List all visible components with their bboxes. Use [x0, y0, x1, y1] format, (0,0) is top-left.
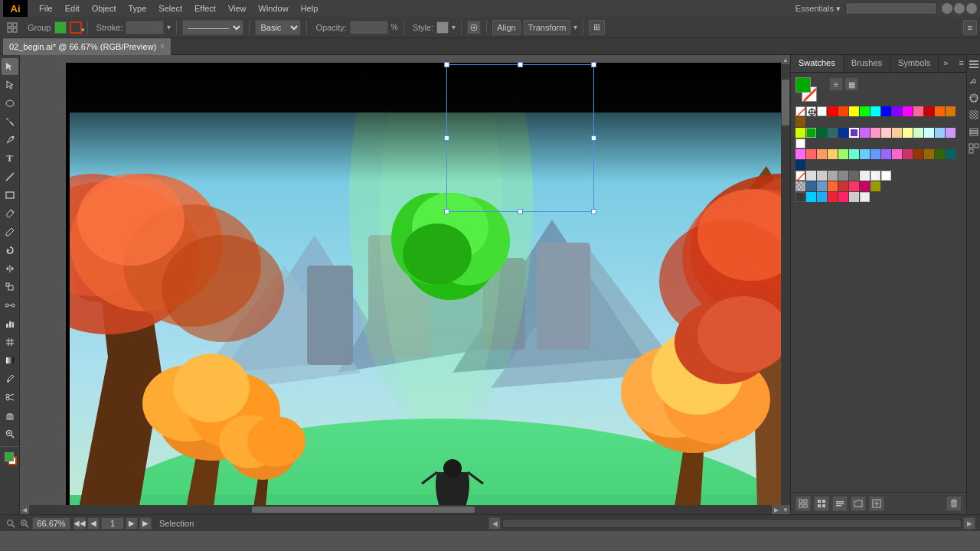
first-artboard-button[interactable]: ◀◀: [74, 517, 86, 530]
fill-color-swatch[interactable]: [54, 21, 67, 34]
swatch-mid-gray2[interactable]: [838, 171, 848, 181]
menu-window[interactable]: Window: [253, 2, 294, 15]
new-swatch-button[interactable]: [869, 496, 884, 511]
swatch-none2[interactable]: [795, 171, 805, 181]
selection-tool[interactable]: [2, 58, 18, 75]
swatch-dark-teal[interactable]: [946, 149, 956, 159]
next-artboard-button[interactable]: ▶: [126, 517, 138, 530]
swatch-steel-blue[interactable]: [806, 181, 816, 191]
menu-help[interactable]: Help: [296, 2, 324, 15]
line-segment-tool[interactable]: [2, 168, 18, 185]
swatch-gold[interactable]: [828, 149, 838, 159]
swatch-light-coral[interactable]: [881, 128, 891, 138]
appearance-icon[interactable]: [968, 92, 980, 104]
panel-more-button[interactable]: »: [939, 55, 952, 72]
menu-edit[interactable]: Edit: [60, 2, 85, 15]
minimize-button[interactable]: [942, 3, 952, 14]
type-tool[interactable]: T: [2, 150, 18, 167]
swatch-aqua[interactable]: [849, 149, 859, 159]
layers-icon[interactable]: [968, 126, 980, 138]
magic-wand-tool[interactable]: [2, 113, 18, 130]
menu-view[interactable]: View: [223, 2, 252, 15]
swatch-near-white2[interactable]: [860, 192, 870, 202]
swatch-light-gray2[interactable]: [817, 171, 827, 181]
transform-dropdown-arrow[interactable]: ▾: [573, 23, 577, 31]
stroke-color-swatch[interactable]: ▾: [70, 21, 82, 34]
brushes-tab[interactable]: Brushes: [844, 55, 890, 72]
swatch-dark-panel[interactable]: [795, 192, 805, 202]
swatch-teal[interactable]: [828, 128, 838, 138]
swatch-light-purple[interactable]: [860, 128, 870, 138]
swatch-bright-red2[interactable]: [828, 192, 838, 202]
zoom-input[interactable]: 66.67%: [32, 517, 70, 530]
artboard-number-input[interactable]: 1: [101, 517, 124, 530]
swatch-white[interactable]: [817, 106, 827, 116]
swatch-yellow-green[interactable]: [838, 149, 848, 159]
graph-tool[interactable]: [2, 315, 18, 332]
scroll-down-arrow[interactable]: ▼: [781, 505, 790, 514]
vertical-scrollbar[interactable]: ▲ ▼: [781, 55, 790, 514]
swatch-brown[interactable]: [795, 117, 805, 127]
delete-swatch-button[interactable]: [946, 496, 962, 511]
pencil-tool[interactable]: [2, 223, 18, 240]
swatch-violet[interactable]: [892, 106, 902, 116]
gradient-tool[interactable]: [2, 352, 18, 369]
align-button[interactable]: Align: [492, 20, 520, 35]
menu-type[interactable]: Type: [123, 2, 152, 15]
show-find-field-button[interactable]: [832, 496, 848, 511]
stroke-input[interactable]: [126, 21, 164, 34]
swatch-peach[interactable]: [892, 128, 902, 138]
swatch-list-view-button[interactable]: ≡: [829, 77, 843, 91]
new-color-group-button[interactable]: [795, 496, 811, 511]
swatch-cornflower[interactable]: [871, 149, 880, 159]
swatch-grid-view-button[interactable]: ▦: [844, 77, 858, 91]
panel-menu-button[interactable]: ≡: [956, 55, 966, 72]
scroll-up-arrow[interactable]: ▲: [781, 55, 790, 64]
swatch-mid-cyan[interactable]: [817, 192, 827, 202]
transparency-icon[interactable]: [968, 109, 980, 121]
essentials-dropdown[interactable]: Essentials ▾: [795, 4, 841, 14]
style-dropdown-arrow[interactable]: ▾: [452, 23, 456, 31]
swatch-dark-green[interactable]: [817, 128, 827, 138]
transform-button[interactable]: Transform: [524, 20, 571, 35]
blend-tool[interactable]: [2, 297, 18, 314]
swatch-pattern1[interactable]: [795, 181, 805, 191]
mirror-tool[interactable]: [2, 260, 18, 277]
menu-select[interactable]: Select: [153, 2, 188, 15]
swatch-pale-blue[interactable]: [935, 128, 945, 138]
swatch-mid-green[interactable]: [806, 128, 816, 138]
scroll-track[interactable]: [781, 64, 790, 505]
swatch-green[interactable]: [860, 106, 870, 116]
swatch-hot-pink2[interactable]: [838, 192, 848, 202]
swatch-library-button[interactable]: [814, 496, 829, 511]
swatch-near-white[interactable]: [871, 171, 880, 181]
swatch-red-orange[interactable]: [828, 181, 838, 191]
scale-tool[interactable]: [2, 279, 18, 295]
swatch-deep-pink[interactable]: [892, 149, 902, 159]
paintbrush-tool[interactable]: [2, 205, 18, 222]
swatch-cornflower2[interactable]: [817, 181, 827, 191]
active-fill-display[interactable]: [795, 77, 811, 93]
swatch-sienna[interactable]: [913, 149, 923, 159]
opacity-input[interactable]: [350, 21, 388, 34]
direct-selection-tool[interactable]: [2, 77, 18, 93]
menu-effect[interactable]: Effect: [189, 2, 221, 15]
color-fill[interactable]: [2, 451, 18, 468]
swatch-dark-gray2[interactable]: [860, 171, 870, 181]
horizontal-scrollbar[interactable]: ◀ ▶: [20, 505, 781, 514]
swatch-pale-yellow[interactable]: [903, 128, 913, 138]
swatch-mid-gray1[interactable]: [828, 171, 838, 181]
swatch-rose[interactable]: [849, 181, 859, 191]
swatch-pink[interactable]: [913, 106, 923, 116]
eyedropper-tool[interactable]: [2, 370, 18, 387]
style-swatch[interactable]: [436, 21, 449, 34]
swatch-fuschia[interactable]: [860, 181, 870, 191]
h-scroll-thumb[interactable]: [252, 507, 475, 513]
scissors-tool[interactable]: [2, 389, 18, 406]
swatch-yellow[interactable]: [849, 106, 859, 116]
scroll-left-arrow[interactable]: ◀: [20, 505, 29, 514]
scroll-thumb[interactable]: [782, 80, 789, 126]
swatch-dark-red[interactable]: [924, 106, 934, 116]
swatch-dark-blue[interactable]: [838, 128, 848, 138]
prev-artboard-button[interactable]: ◀: [87, 517, 100, 530]
